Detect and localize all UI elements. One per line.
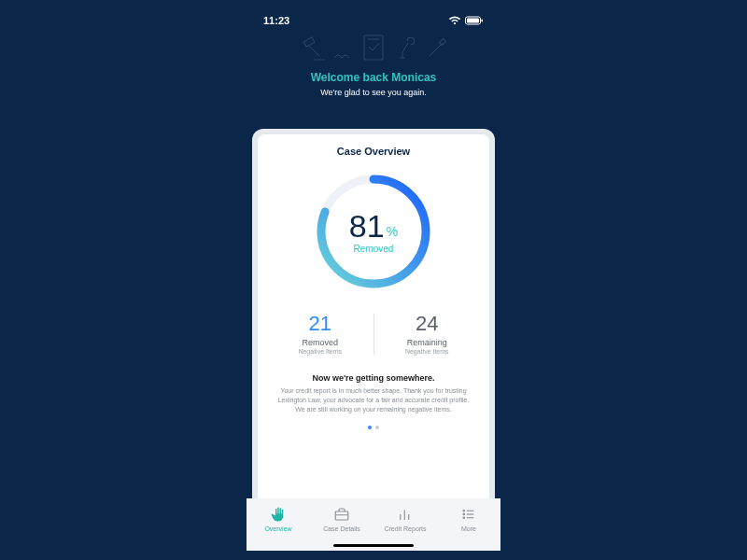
- svg-line-8: [430, 43, 443, 56]
- tab-bar: Overview Case Details Credit Reports Mor…: [247, 498, 500, 551]
- document-check-icon: [364, 35, 383, 60]
- progress-percent-value: 81: [349, 210, 385, 242]
- svg-point-15: [463, 513, 465, 515]
- svg-rect-1: [467, 19, 479, 23]
- progress-percent-symbol: %: [387, 225, 398, 238]
- welcome-subtitle: We're glad to see you again.: [247, 88, 500, 97]
- gavel-icon: [303, 37, 325, 60]
- status-bar: 11:23: [247, 9, 500, 28]
- tab-case-details-label: Case Details: [323, 525, 360, 532]
- header-illustration: [247, 28, 500, 69]
- stats-row: 21 Removed Negative Items 24 Remaining N…: [258, 301, 489, 364]
- progress-ring-wrap: 81 % Removed: [258, 164, 489, 301]
- phone-frame: 11:23 Welcome back Monicas We're glad to…: [247, 9, 500, 551]
- status-indicators: [448, 16, 484, 25]
- stat-remaining: 24 Remaining Negative Items: [374, 314, 481, 355]
- svg-rect-12: [335, 511, 348, 520]
- tab-more-label: More: [461, 525, 476, 532]
- page-indicator[interactable]: [258, 426, 489, 437]
- svg-rect-4: [303, 37, 315, 47]
- card-backdrop: Case Overview: [252, 129, 495, 510]
- progress-ring: 81 % Removed: [312, 170, 435, 293]
- tab-more[interactable]: More: [437, 498, 500, 539]
- pencil-icon: [430, 38, 446, 56]
- wifi-icon: [448, 16, 461, 25]
- svg-line-3: [308, 45, 319, 56]
- svg-rect-2: [482, 20, 484, 22]
- welcome-block: Welcome back Monicas We're glad to see y…: [247, 69, 500, 110]
- status-time: 11:23: [263, 15, 289, 26]
- lamp-icon: [400, 37, 415, 58]
- progress-label: Removed: [354, 244, 394, 254]
- briefcase-icon: [333, 506, 350, 523]
- stat-removed: 21 Removed Negative Items: [267, 314, 374, 355]
- stat-removed-value: 21: [275, 314, 366, 334]
- progress-number-wrap: 81 %: [349, 210, 398, 242]
- tab-credit-reports-label: Credit Reports: [384, 525, 426, 532]
- home-indicator[interactable]: [333, 544, 414, 547]
- message-title: Now we're getting somewhere.: [276, 373, 471, 383]
- stat-removed-sublabel: Negative Items: [275, 348, 366, 355]
- message-body: Your credit report is in much better sha…: [276, 386, 471, 414]
- case-overview-card: Case Overview: [258, 134, 489, 504]
- stat-remaining-sublabel: Negative Items: [382, 348, 473, 355]
- tab-overview-label: Overview: [264, 525, 291, 532]
- tab-overview[interactable]: Overview: [247, 498, 310, 539]
- hand-stop-icon: [270, 506, 287, 523]
- list-icon: [460, 506, 477, 523]
- bar-chart-icon: [397, 506, 414, 523]
- battery-icon: [465, 16, 484, 25]
- page-dot: [375, 426, 379, 429]
- stat-removed-label: Removed: [275, 338, 366, 347]
- svg-point-13: [463, 511, 465, 512]
- message-block: Now we're getting somewhere. Your credit…: [258, 364, 489, 426]
- card-title: Case Overview: [258, 134, 489, 164]
- progress-center: 81 % Removed: [312, 170, 435, 293]
- svg-rect-9: [439, 38, 445, 45]
- welcome-title: Welcome back Monicas: [247, 71, 500, 84]
- svg-point-17: [463, 517, 465, 519]
- scribble-icon: [334, 55, 349, 58]
- stat-remaining-value: 24: [382, 314, 473, 334]
- tab-credit-reports[interactable]: Credit Reports: [374, 498, 437, 539]
- tab-case-details[interactable]: Case Details: [310, 498, 374, 539]
- stat-remaining-label: Remaining: [382, 338, 473, 347]
- page-dot-active: [368, 426, 372, 429]
